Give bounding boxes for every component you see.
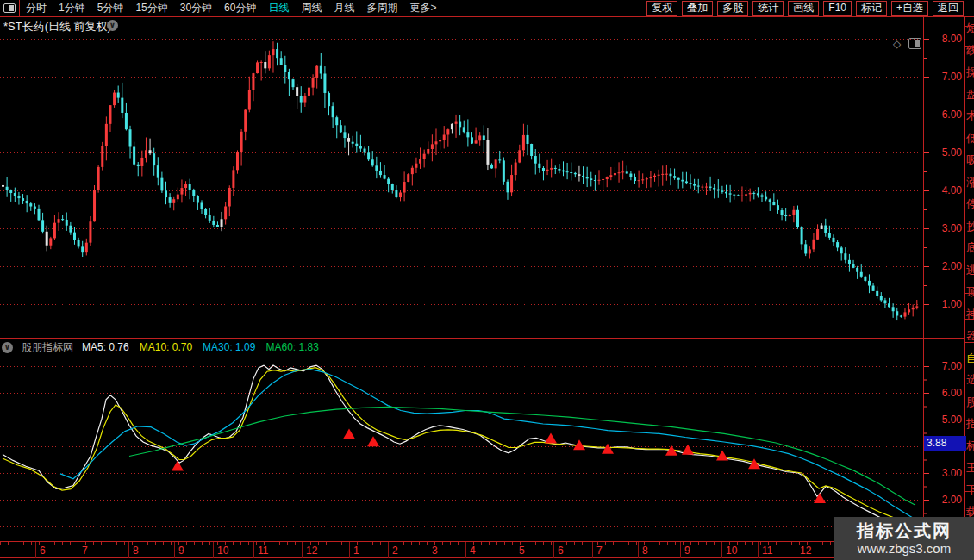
toolbar-button-5[interactable]: F10: [823, 1, 852, 16]
month-label-1: 7: [82, 544, 88, 557]
indicator-source-label: 股朋指标网: [22, 340, 73, 355]
ind-y-label: 2.00: [924, 494, 962, 506]
right-strip-char: 指: [966, 416, 974, 432]
month-label-12: 6: [558, 544, 564, 557]
month-separator: [78, 542, 78, 558]
month-separator: [35, 542, 36, 558]
main-y-label: 2.00: [924, 260, 962, 272]
right-strip-char: 短: [966, 21, 974, 36]
toolbar-button-6[interactable]: 标记: [856, 1, 887, 16]
right-strip-char: 下: [966, 482, 974, 498]
period-tab-1[interactable]: 1分钟: [59, 0, 85, 16]
ma-legend-item-2: MA30: 1.09: [203, 341, 255, 353]
right-strip-char: 顶: [966, 284, 974, 300]
month-separator: [213, 542, 214, 558]
ma-legend: MA5: 0.76MA10: 0.70MA30: 1.09MA60: 1.83: [82, 341, 319, 353]
month-separator: [680, 542, 681, 558]
month-separator: [758, 542, 759, 558]
right-strip-char: 涨: [966, 175, 974, 190]
month-separator: [128, 542, 129, 558]
toolbar-button-8[interactable]: 返回: [933, 1, 964, 16]
period-tab-4[interactable]: 30分钟: [180, 0, 212, 16]
trading-terminal-window: 分时1分钟5分钟15分钟30分钟60分钟日线周线月线多周期更多> 复权叠加多股统…: [0, 0, 974, 560]
toolbar-button-4[interactable]: 画线: [788, 1, 819, 16]
period-tab-7[interactable]: 周线: [301, 0, 322, 16]
right-strip-char: 吸: [966, 152, 974, 168]
toolbar-button-7[interactable]: +自选: [891, 1, 928, 16]
watermark-title: 指标公式网: [857, 520, 952, 541]
month-label-10: 4: [470, 544, 476, 557]
ind-y-label: 5.00: [924, 414, 962, 426]
indicator-line-ma30: [60, 370, 918, 521]
month-label-13: 7: [596, 544, 603, 557]
month-separator: [553, 542, 554, 558]
period-tab-3[interactable]: 15分钟: [135, 0, 167, 16]
period-tab-10[interactable]: 更多>: [409, 0, 436, 16]
toolbar-button-0[interactable]: 复权: [646, 1, 677, 16]
period-tab-8[interactable]: 月线: [334, 0, 354, 16]
month-separator: [796, 542, 796, 558]
main-y-label: 1.00: [924, 298, 962, 310]
chart-title-row: *ST长药(日线 前复权) ∨ ◇: [0, 17, 914, 34]
diamond-marker-icon[interactable]: ◇: [893, 39, 901, 49]
month-label-6: 12: [306, 544, 317, 557]
candlestick-series: [2, 41, 918, 320]
ind-y-label: 6.00: [924, 387, 962, 399]
month-label-0: 6: [40, 544, 46, 557]
right-strip-char: 低: [966, 131, 974, 146]
time-axis[interactable]: 2024年 6789101112123456789101112: [0, 542, 964, 558]
month-label-17: 11: [762, 544, 772, 557]
watermark: 指标公式网 www.zbgs3.com: [834, 517, 974, 560]
toolbar-actions: 复权叠加多股统计画线F10标记+自选返回: [646, 1, 964, 16]
month-label-15: 9: [684, 544, 690, 557]
indicator-header: ∨ 股朋指标网 MA5: 0.76MA10: 0.70MA30: 1.09MA6…: [2, 340, 319, 354]
month-separator: [349, 542, 350, 558]
period-tab-6[interactable]: 日线: [268, 0, 289, 16]
panel-maximize-icon[interactable]: [908, 38, 921, 49]
month-label-5: 11: [258, 544, 268, 557]
month-label-3: 9: [178, 544, 184, 557]
chevron-down-circle-icon[interactable]: ∨: [107, 20, 118, 31]
indicator-dropdown-icon[interactable]: ∨: [2, 342, 13, 353]
period-tab-0[interactable]: 分时: [26, 0, 47, 16]
right-strip-char: 术: [966, 109, 974, 124]
toolbar-button-3[interactable]: 统计: [752, 1, 784, 16]
main-y-label: 3.00: [924, 222, 962, 234]
period-tab-9[interactable]: 多周期: [366, 0, 397, 16]
right-strip-separator: [965, 342, 974, 343]
month-separator: [592, 542, 593, 558]
ind-y-label: 7.00: [924, 360, 962, 372]
buy-signal-triangle: [716, 451, 728, 461]
right-strip-char: 选: [966, 372, 974, 388]
current-value-badge: 3.88: [924, 436, 966, 451]
ind-y-label: 3.00: [924, 467, 962, 479]
toolbar-button-2[interactable]: 多股: [717, 1, 748, 16]
right-strip-separator: [965, 293, 974, 294]
chart-canvas[interactable]: [0, 0, 974, 560]
right-strip-char: 抄: [966, 219, 974, 234]
watermark-url: www.zbgs3.com: [858, 541, 951, 557]
buy-signal-triangle: [682, 445, 694, 455]
month-separator: [388, 542, 389, 558]
right-strip-char: 逃: [966, 263, 974, 278]
right-strip-char: 停: [966, 196, 974, 212]
month-label-11: 5: [519, 544, 525, 557]
right-strip-char: 股: [966, 395, 974, 410]
period-tab-5[interactable]: 60分钟: [224, 0, 256, 16]
period-tab-2[interactable]: 5分钟: [97, 0, 124, 16]
month-label-16: 10: [726, 544, 737, 557]
right-strip-separator: [965, 364, 974, 364]
month-label-14: 8: [642, 544, 648, 557]
main-y-label: 8.00: [924, 33, 962, 45]
month-separator: [638, 542, 639, 558]
toolbar-button-1[interactable]: 叠加: [682, 1, 713, 16]
month-label-8: 2: [392, 544, 398, 557]
period-toolbar: 分时1分钟5分钟15分钟30分钟60分钟日线周线月线多周期更多> 复权叠加多股统…: [0, 0, 974, 17]
buy-signal-triangle: [602, 444, 614, 454]
month-separator: [302, 542, 303, 558]
layout-toggle-button[interactable]: [0, 0, 20, 16]
right-strip-separator: [965, 46, 974, 47]
indicator-line-ma60: [129, 407, 915, 505]
main-y-label: 6.00: [924, 109, 962, 121]
month-separator: [428, 542, 428, 558]
